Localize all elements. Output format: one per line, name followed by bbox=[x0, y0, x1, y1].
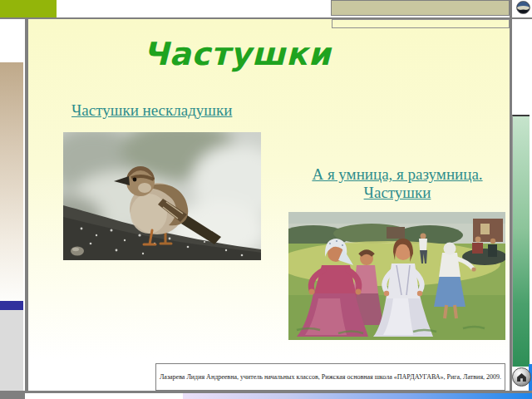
top-olive-block bbox=[0, 0, 57, 17]
link-chastushki-neskladushki[interactable]: Частушки нескладушки bbox=[71, 101, 232, 120]
top-outline-box bbox=[332, 19, 510, 28]
link-ya-umnitsa[interactable]: А я умница, я разумница. Частушки bbox=[281, 165, 514, 202]
dancing-women-painting-graphic bbox=[288, 212, 505, 340]
right-green-bar bbox=[512, 115, 530, 367]
slide-title: Частушки bbox=[143, 36, 331, 72]
left-navy-bar bbox=[0, 301, 23, 310]
link-ya-umnitsa-line1[interactable]: А я умница, я разумница. bbox=[281, 165, 514, 184]
dancing-women-painting bbox=[288, 212, 505, 340]
presentation-screen: Частушки Частушки нескладушки bbox=[0, 0, 532, 399]
left-gray-bar bbox=[0, 310, 23, 391]
credit-text: Лазарева Лидия Андреевна, учитель началь… bbox=[160, 373, 501, 381]
sparrow-photo bbox=[63, 132, 261, 260]
bottom-gradient-bar bbox=[183, 393, 532, 399]
home-icon bbox=[516, 372, 527, 382]
left-tan-bar bbox=[0, 62, 23, 301]
left-white-square bbox=[0, 19, 25, 62]
left-bottom-corner bbox=[0, 391, 25, 399]
link-ya-umnitsa-line2[interactable]: Частушки bbox=[281, 184, 514, 202]
slide-canvas: Частушки Частушки нескладушки bbox=[28, 19, 510, 391]
home-button[interactable] bbox=[512, 367, 531, 387]
credit-box: Лазарева Лидия Андреевна, учитель началь… bbox=[155, 363, 505, 391]
sparrow-photo-graphic bbox=[63, 132, 261, 260]
top-tan-box bbox=[331, 0, 510, 16]
globe-icon[interactable] bbox=[516, 1, 530, 14]
